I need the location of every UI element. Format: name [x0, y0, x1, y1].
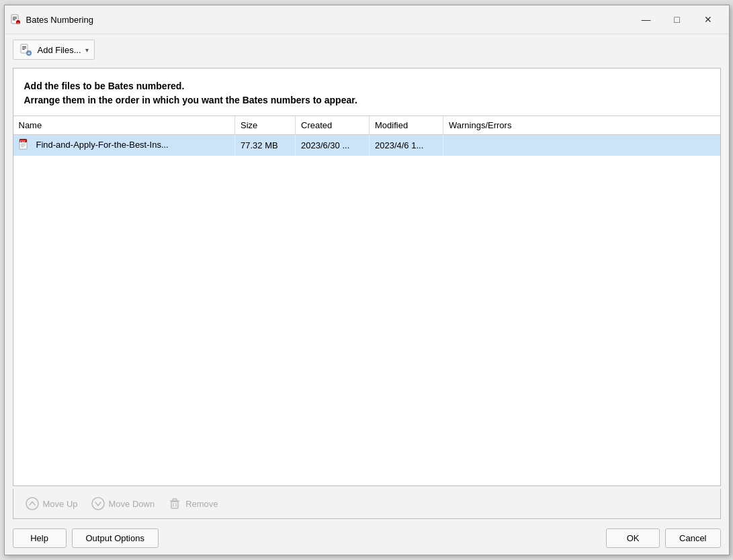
svg-rect-20	[171, 502, 178, 508]
col-header-name: Name	[13, 116, 235, 135]
svg-point-18	[26, 498, 38, 510]
table-row[interactable]: PDF Find-and-Apply-For-the-Best-Ins... 7…	[13, 135, 720, 156]
svg-rect-16	[21, 145, 26, 146]
window-title: Bates Numbering	[26, 15, 626, 25]
svg-rect-8	[22, 48, 26, 48]
output-options-button[interactable]: Output Options	[72, 528, 159, 548]
move-down-button[interactable]: Move Down	[87, 494, 159, 513]
svg-rect-7	[22, 46, 26, 47]
col-header-warnings: Warnings/Errors	[443, 116, 720, 135]
move-up-button[interactable]: Move Up	[21, 494, 82, 513]
col-header-size: Size	[235, 116, 296, 135]
add-files-icon: +	[19, 43, 32, 56]
col-header-modified: Modified	[370, 116, 443, 135]
pdf-file-icon: PDF	[19, 138, 30, 150]
file-name: Find-and-Apply-For-the-Best-Ins...	[36, 140, 169, 150]
file-created-cell: 2023/6/30 ...	[296, 135, 370, 156]
instruction-line1: Add the files to be Bates numbered.	[24, 79, 709, 93]
file-name-cell: PDF Find-and-Apply-For-the-Best-Ins...	[13, 135, 235, 156]
svg-point-19	[92, 498, 104, 510]
footer-right: OK Cancel	[606, 528, 720, 548]
svg-rect-2	[13, 18, 17, 19]
trash-icon	[168, 497, 181, 510]
add-files-button[interactable]: + Add Files... ▾	[13, 40, 95, 60]
remove-label: Remove	[185, 499, 218, 509]
instruction-line2: Arrange them in the order in which you w…	[24, 93, 709, 107]
cancel-button[interactable]: Cancel	[665, 528, 720, 548]
close-button[interactable]: ✕	[693, 9, 724, 30]
col-header-created: Created	[296, 116, 370, 135]
svg-rect-1	[13, 17, 17, 17]
file-modified-cell: 2023/4/6 1...	[370, 135, 443, 156]
footer-bar: Help Output Options OK Cancel	[5, 522, 729, 555]
window-icon: +	[10, 14, 21, 25]
svg-rect-17	[21, 146, 24, 147]
toolbar: + Add Files... ▾	[5, 34, 729, 65]
file-warnings-cell	[443, 135, 720, 156]
file-table: Name Size Created Modified Warnings/Erro…	[13, 116, 720, 156]
svg-rect-15	[21, 144, 26, 144]
move-up-label: Move Up	[43, 499, 78, 509]
svg-rect-3	[13, 19, 15, 20]
svg-rect-6	[21, 44, 28, 53]
move-up-icon	[26, 497, 39, 510]
table-header-row: Name Size Created Modified Warnings/Erro…	[13, 116, 720, 135]
bates-numbering-dialog: + Bates Numbering — □ ✕ + Add Files... ▾	[4, 5, 730, 555]
maximize-button[interactable]: □	[662, 9, 693, 30]
svg-rect-22	[173, 499, 177, 501]
move-down-label: Move Down	[109, 499, 155, 509]
file-list-panel: Add the files to be Bates numbered. Arra…	[13, 68, 721, 486]
svg-rect-9	[22, 49, 25, 50]
dropdown-arrow-icon: ▾	[85, 46, 89, 54]
title-bar: + Bates Numbering — □ ✕	[5, 5, 729, 34]
instruction-box: Add the files to be Bates numbered. Arra…	[13, 68, 720, 116]
svg-text:+: +	[17, 21, 19, 25]
window-controls: — □ ✕	[631, 9, 724, 30]
footer-left: Help Output Options	[13, 528, 159, 548]
add-files-label: Add Files...	[38, 45, 81, 55]
action-bar: Move Up Move Down Remove	[13, 489, 721, 519]
ok-button[interactable]: OK	[606, 528, 660, 548]
help-button[interactable]: Help	[13, 528, 67, 548]
file-list-area[interactable]: Name Size Created Modified Warnings/Erro…	[13, 116, 720, 485]
svg-text:PDF: PDF	[20, 140, 26, 143]
file-size-cell: 77.32 MB	[235, 135, 296, 156]
svg-text:+: +	[27, 50, 30, 56]
remove-button[interactable]: Remove	[164, 494, 222, 513]
minimize-button[interactable]: —	[631, 9, 662, 30]
pdf-icon: PDF Find-and-Apply-For-the-Best-Ins...	[19, 138, 169, 150]
move-down-icon	[91, 497, 105, 510]
